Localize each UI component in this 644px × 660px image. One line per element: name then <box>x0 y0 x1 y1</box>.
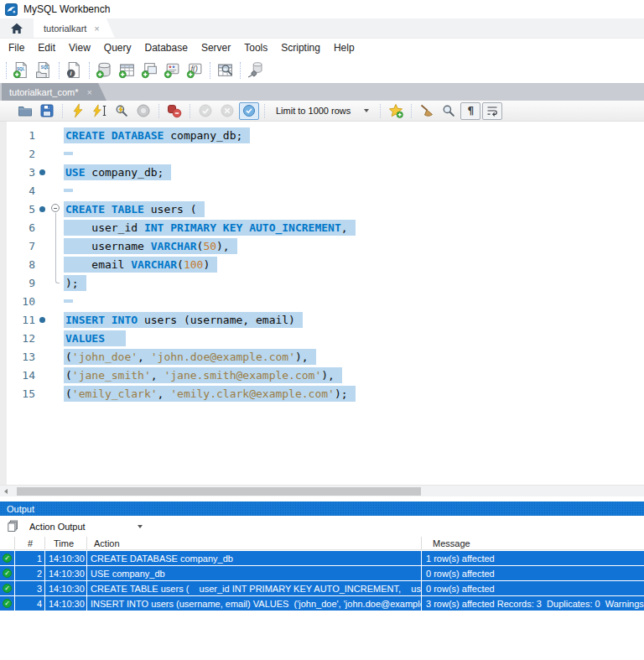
column-header-action[interactable]: Action <box>86 537 421 549</box>
menu-view[interactable]: View <box>62 42 97 54</box>
create-table-button[interactable] <box>116 60 138 81</box>
code-line-1[interactable]: 1CREATE DATABASE company_db; <box>0 126 644 144</box>
code-line-11[interactable]: 11INSERT INTO users (username, email) <box>0 310 644 329</box>
fold-collapse-icon[interactable] <box>51 204 60 212</box>
horizontal-scrollbar[interactable] <box>0 485 644 496</box>
menu-tools[interactable]: Tools <box>237 42 274 54</box>
statement-marker-column <box>35 273 49 292</box>
fold-column <box>49 181 62 200</box>
code-line-12[interactable]: 12VALUES <box>0 329 644 347</box>
toolbar-separator <box>62 104 63 118</box>
statement-marker-column <box>35 200 49 218</box>
stop-button[interactable] <box>133 102 153 120</box>
execute-current-statement-button[interactable] <box>90 102 110 120</box>
line-number: 12 <box>7 332 35 345</box>
output-row-4[interactable]: ✓414:10:30INSERT INTO users (username, e… <box>0 596 644 611</box>
menu-database[interactable]: Database <box>138 42 195 54</box>
code-line-4[interactable]: 4 <box>0 181 644 200</box>
code-line-9[interactable]: 9); <box>0 273 644 292</box>
menu-edit[interactable]: Edit <box>31 42 62 54</box>
fold-column <box>49 163 62 181</box>
output-row-2[interactable]: ✓214:10:30USE company_db0 row(s) affecte… <box>0 566 644 580</box>
statement-dot-icon <box>39 317 45 323</box>
create-schema-button[interactable] <box>93 60 116 81</box>
menu-file[interactable]: File <box>2 42 31 54</box>
scrollbar-thumb[interactable] <box>17 487 421 496</box>
toggle-invisibles-button[interactable]: ¶ <box>460 102 480 120</box>
statement-marker-column <box>35 366 49 384</box>
code-line-13[interactable]: 13('john_doe', 'john.doe@example.com'), <box>0 347 644 366</box>
output-row-3[interactable]: ✓314:10:30CREATE TABLE users ( user_id I… <box>0 581 644 595</box>
open-sql-script-button[interactable]: SQL <box>33 60 55 81</box>
code-line-10[interactable]: 10 <box>0 292 644 310</box>
menu-scripting[interactable]: Scripting <box>274 42 327 54</box>
column-header-status[interactable] <box>0 537 14 549</box>
new-sql-tab-button[interactable]: SQL <box>10 60 33 81</box>
connection-tab-label: tutorialkart <box>44 23 86 34</box>
output-row-1[interactable]: ✓114:10:30CREATE DATABASE company_db1 ro… <box>0 551 644 565</box>
commit-button[interactable] <box>195 102 216 120</box>
statement-dot-icon <box>39 206 45 212</box>
output-panel-header: Output <box>0 501 644 516</box>
column-header-num[interactable]: # <box>14 537 44 549</box>
code-line-2[interactable]: 2 <box>0 144 644 163</box>
explain-magnifier-icon <box>114 103 129 118</box>
toggle-stop-on-error-button[interactable] <box>164 102 184 120</box>
sql-editor-tab[interactable]: tutorialkart_com* × <box>2 83 106 101</box>
menu-server[interactable]: Server <box>195 42 237 54</box>
copy-output-icon[interactable] <box>7 520 18 533</box>
workspace-tab-bar: tutorialkart × <box>0 18 644 39</box>
column-header-time[interactable]: Time <box>44 537 86 549</box>
explain-plan-button[interactable] <box>112 102 132 120</box>
message-cell: 0 row(s) affected <box>421 581 644 595</box>
reconnect-dbms-button[interactable] <box>244 60 267 81</box>
save-script-button[interactable] <box>37 102 57 120</box>
toggle-autocommit-button[interactable] <box>239 102 259 120</box>
sql-editor[interactable]: 1CREATE DATABASE company_db;23USE compan… <box>0 122 644 485</box>
close-icon[interactable]: × <box>87 87 92 97</box>
create-view-button[interactable] <box>138 60 161 81</box>
menu-help[interactable]: Help <box>327 42 361 54</box>
action-output-table: #TimeActionMessage ✓114:10:30CREATE DATA… <box>0 537 644 611</box>
fold-column <box>49 347 62 366</box>
toggle-word-wrap-button[interactable] <box>482 102 502 120</box>
inspector-button[interactable]: i <box>63 60 86 81</box>
statement-marker-column <box>35 126 49 144</box>
find-button[interactable] <box>439 102 459 120</box>
code-line-3[interactable]: 3USE company_db; <box>0 163 644 181</box>
search-table-data-button[interactable] <box>214 60 236 81</box>
line-number: 10 <box>7 295 35 308</box>
fold-column <box>49 218 62 236</box>
row-index-cell: 2 <box>14 566 44 580</box>
column-header-message[interactable]: Message <box>421 537 644 549</box>
execute-button[interactable] <box>68 102 88 120</box>
open-script-button[interactable] <box>15 102 35 120</box>
code-line-5[interactable]: 5CREATE TABLE users ( <box>0 200 644 218</box>
inspector-icon: i <box>65 61 83 79</box>
code-line-6[interactable]: 6 user_id INT PRIMARY KEY AUTO_INCREMENT… <box>0 218 644 236</box>
home-tab-button[interactable] <box>5 18 29 38</box>
code-line-7[interactable]: 7 username VARCHAR(50), <box>0 236 644 255</box>
success-check-icon: ✓ <box>3 584 12 593</box>
close-icon[interactable]: × <box>94 23 99 34</box>
create-procedure-button[interactable] <box>161 60 184 81</box>
code-line-8[interactable]: 8 email VARCHAR(100) <box>0 255 644 273</box>
create-function-button[interactable]: f() <box>184 60 206 81</box>
code-line-14[interactable]: 14('jane_smith', 'jane.smith@example.com… <box>0 366 644 384</box>
fold-column <box>49 273 62 292</box>
beautify-button[interactable] <box>417 102 437 120</box>
create-function-icon: f() <box>186 61 204 79</box>
output-view-dropdown[interactable]: Action Output <box>29 522 143 532</box>
mysql-workbench-window: MySQL Workbench tutorialkart × FileEditV… <box>0 0 644 660</box>
save-snippet-button[interactable] <box>386 102 406 120</box>
limit-rows-dropdown[interactable]: Limit to 1000 rows <box>270 106 375 116</box>
star-plus-icon <box>388 103 403 118</box>
connection-tab[interactable]: tutorialkart × <box>34 18 115 38</box>
statement-marker-column <box>35 347 49 366</box>
code-lines: 1CREATE DATABASE company_db;23USE compan… <box>0 126 644 403</box>
code-line-15[interactable]: 15('emily_clark', 'emily.clark@example.c… <box>0 384 644 403</box>
create-table-icon <box>118 61 136 79</box>
rollback-button[interactable] <box>217 102 237 120</box>
menu-query[interactable]: Query <box>97 42 138 54</box>
scroll-left-arrow-icon[interactable] <box>4 489 8 494</box>
